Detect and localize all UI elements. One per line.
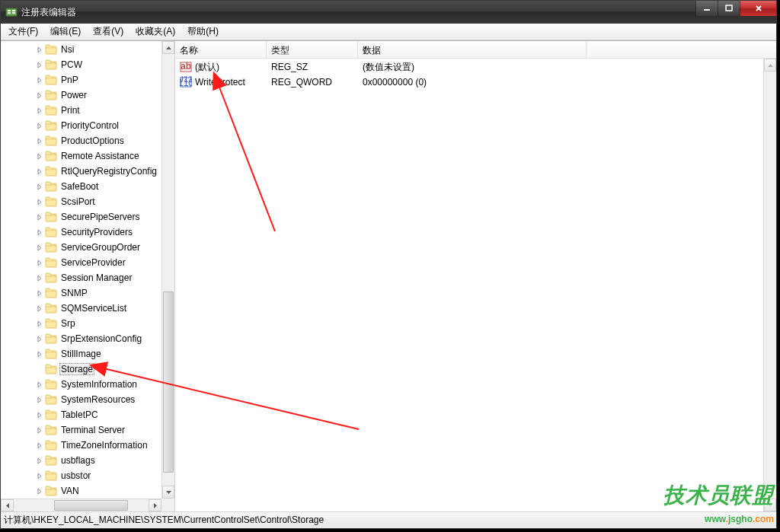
tree-expander-icon[interactable] [34,470,45,481]
tree-item[interactable]: Storage [1,362,161,377]
tree-item[interactable]: Session Manager [1,270,161,285]
tree-expander-icon[interactable] [34,135,45,146]
svg-text:ab: ab [181,61,191,72]
scroll-track[interactable] [14,499,149,511]
tree-item[interactable]: SystemResources [1,392,161,407]
tree-item-label: Session Manager [59,272,133,284]
column-header-name[interactable]: 名称 [175,41,267,58]
cell-data: 0x00000000 (0) [358,77,587,88]
tree-expander-icon[interactable] [34,486,45,496]
list-vertical-scrollbar[interactable] [763,59,776,511]
menu-view[interactable]: 查看(V) [87,23,129,40]
window-title: 注册表编辑器 [21,6,76,19]
statusbar: 计算机\HKEY_LOCAL_MACHINE\SYSTEM\CurrentCon… [1,511,776,528]
tree-item[interactable]: SecurityProviders [1,225,161,240]
menu-file[interactable]: 文件(F) [2,23,44,40]
tree-expander-icon[interactable] [34,409,45,420]
scroll-up-button[interactable] [162,41,174,54]
maximize-button[interactable] [718,1,740,16]
close-button[interactable] [740,1,776,16]
tree-item[interactable]: StillImage [1,346,161,362]
titlebar[interactable]: 注册表编辑器 [1,1,776,24]
list-body[interactable]: ab(默认)REG_SZ(数值未设置)011110WriteProtectREG… [175,59,776,91]
tree-expander-icon[interactable] [34,333,45,344]
window-buttons [695,1,776,16]
tree-item-label: PCW [59,59,84,71]
tree-expander-icon[interactable] [34,105,45,116]
tree-item[interactable]: Remote Assistance [1,148,161,164]
tree-item[interactable]: SafeBoot [1,179,161,194]
tree-expander-icon[interactable] [34,166,45,177]
scroll-track[interactable] [162,54,174,486]
column-header-type[interactable]: 类型 [267,41,358,58]
tree-expander-icon[interactable] [34,349,45,359]
tree-expander-icon[interactable] [34,242,45,253]
scroll-down-button[interactable] [764,499,776,511]
tree-item[interactable]: VAN [1,483,161,499]
tree-expander-icon[interactable] [34,394,45,405]
tree-item[interactable]: ScsiPort [1,194,161,209]
menu-help[interactable]: 帮助(H) [181,23,225,40]
tree-item[interactable]: SecurePipeServers [1,209,161,225]
minimize-button[interactable] [695,1,718,16]
tree-expander-icon[interactable] [34,120,45,131]
tree-item[interactable]: SystemInformation [1,377,161,392]
tree-expander-icon[interactable] [34,364,45,374]
tree-scroll[interactable]: NsiPCWPnPPowerPrintPriorityControlProduc… [1,41,161,499]
list-row[interactable]: 011110WriteProtectREG_QWORD0x00000000 (0… [175,75,776,90]
tree-item[interactable]: SrpExtensionConfig [1,331,161,346]
scroll-up-button[interactable] [764,59,776,72]
tree-expander-icon[interactable] [34,151,45,161]
scroll-left-button[interactable] [1,499,14,511]
tree-item-label: ProductOptions [59,135,126,147]
tree-expander-icon[interactable] [34,288,45,298]
scroll-thumb[interactable] [54,500,128,511]
tree-pane: NsiPCWPnPPowerPrintPriorityControlProduc… [1,41,175,511]
tree-expander-icon[interactable] [34,303,45,314]
tree-item[interactable]: Srp [1,316,161,331]
tree-expander-icon[interactable] [34,257,45,268]
tree-item[interactable]: PnP [1,72,161,88]
tree-expander-icon[interactable] [34,379,45,390]
tree-expander-icon[interactable] [34,272,45,283]
tree-item[interactable]: PCW [1,57,161,72]
tree-item[interactable]: Power [1,88,161,103]
tree-item[interactable]: Print [1,103,161,118]
tree-expander-icon[interactable] [34,44,45,55]
column-header-data[interactable]: 数据 [358,41,587,58]
tree-item[interactable]: SQMServiceList [1,301,161,316]
tree-item-label: StillImage [59,348,103,360]
tree-expander-icon[interactable] [34,318,45,329]
tree-expander-icon[interactable] [34,90,45,100]
tree-item[interactable]: ServiceGroupOrder [1,240,161,255]
scroll-down-button[interactable] [162,486,174,499]
tree-expander-icon[interactable] [34,181,45,192]
tree-expander-icon[interactable] [34,425,45,435]
tree-expander-icon[interactable] [34,75,45,85]
tree-item[interactable]: ServiceProvider [1,255,161,270]
tree-expander-icon[interactable] [34,212,45,222]
tree-item[interactable]: Terminal Server [1,422,161,438]
tree-item[interactable]: SNMP [1,285,161,301]
tree-item[interactable]: TimeZoneInformation [1,438,161,453]
tree-item[interactable]: usbflags [1,453,161,468]
svg-text:110: 110 [180,78,192,88]
tree-expander-icon[interactable] [34,440,45,451]
tree-expander-icon[interactable] [34,227,45,237]
tree-item[interactable]: ProductOptions [1,133,161,148]
menu-edit[interactable]: 编辑(E) [44,23,87,40]
menu-favorites[interactable]: 收藏夹(A) [129,23,181,40]
tree-item[interactable]: Nsi [1,42,161,57]
tree-expander-icon[interactable] [34,59,45,70]
tree-item[interactable]: RtlQueryRegistryConfig [1,164,161,179]
tree-item[interactable]: PriorityControl [1,118,161,133]
scroll-right-button[interactable] [149,499,161,511]
list-row[interactable]: ab(默认)REG_SZ(数值未设置) [175,59,776,75]
tree-expander-icon[interactable] [34,196,45,207]
tree-horizontal-scrollbar[interactable] [1,499,161,511]
scroll-thumb[interactable] [163,291,174,473]
tree-expander-icon[interactable] [34,455,45,466]
tree-item[interactable]: TabletPC [1,407,161,422]
tree-vertical-scrollbar[interactable] [161,41,174,499]
tree-item[interactable]: usbstor [1,468,161,483]
